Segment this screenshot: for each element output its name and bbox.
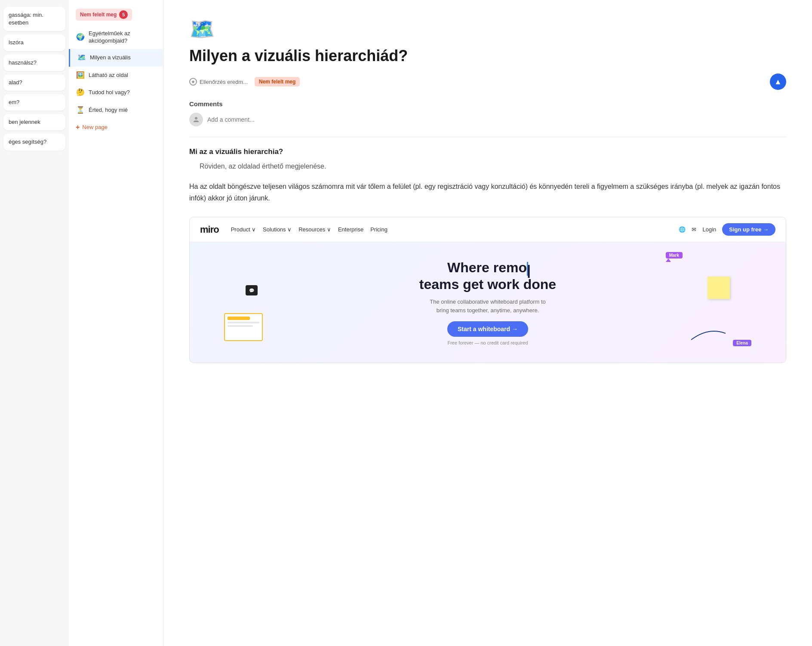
globe-icon: 🌐 (679, 226, 686, 233)
miro-nav-product: Product ∨ (231, 226, 256, 233)
list-item-text-3: Látható az oldal (89, 72, 128, 79)
sidebar-item-item3[interactable]: használsz? (3, 55, 65, 71)
sidebar-item-item2[interactable]: lszóra (3, 34, 65, 51)
comments-section: Comments (189, 100, 786, 126)
emoji-icon-2: 🗺️ (77, 53, 86, 62)
sidebar-item-item4[interactable]: alad? (3, 74, 65, 91)
miro-signup-button[interactable]: Sign up free → (722, 223, 775, 236)
comments-title: Comments (189, 100, 786, 108)
miro-logo: miro (200, 224, 219, 235)
emoji-icon-1: 🌍 (76, 33, 85, 42)
page-meta: Ellenőrzés eredm... Nem felelt meg ▲ (189, 74, 786, 90)
sidebar-item-item7[interactable]: éges segítség? (3, 134, 65, 150)
miro-nav-links: Product ∨ Solutions ∨ Resources ∨ Enterp… (231, 226, 388, 233)
emoji-icon-3: 🖼️ (76, 71, 85, 80)
list-item-text-4: Tudod hol vagy? (89, 89, 130, 96)
sidebar-item-item1[interactable]: gassága: min. esetben (3, 7, 65, 31)
plus-icon: + (76, 123, 80, 131)
svg-point-1 (195, 117, 197, 120)
cursor-elena-label: Elena (733, 340, 751, 346)
check-icon (189, 78, 197, 86)
comment-input-row (189, 113, 786, 126)
answer-text: Röviden, az oldalad érthető megjelenése. (189, 161, 786, 172)
cursor-mark: Mark (666, 251, 683, 262)
miro-nav-solutions: Solutions ∨ (263, 226, 292, 233)
sidebar-item-item5[interactable]: em? (3, 94, 65, 111)
sticky-note (707, 277, 730, 299)
not-met-badge[interactable]: Nem felelt meg 5 (76, 9, 132, 21)
miro-cta-sub: Free forever — no credit card required (198, 340, 777, 345)
page-icon: 🗺️ (189, 17, 786, 41)
middle-header: Nem felelt meg 5 (69, 5, 163, 26)
list-item-erted[interactable]: ⏳ Érted, hogy mié (69, 102, 163, 119)
miro-mockup (224, 313, 263, 341)
not-met-label: Nem felelt meg (255, 77, 300, 86)
list-item-lathato[interactable]: 🖼️ Látható az oldal (69, 67, 163, 84)
content-body: Mi az a vizuális hierarchia? Röviden, az… (189, 146, 786, 204)
not-met-count: 5 (119, 10, 128, 19)
list-item-tudod[interactable]: 🤔 Tudod hol vagy? (69, 84, 163, 102)
miro-nav-pricing: Pricing (370, 226, 388, 233)
miro-hero: Mark 💬 Where remo| teams get work done T… (190, 242, 786, 363)
miro-cta-button[interactable]: Start a whiteboard → (447, 321, 528, 337)
not-met-badge-label: Nem felelt meg (80, 12, 117, 18)
miro-nav: miro Product ∨ Solutions ∨ Resources ∨ E… (190, 217, 786, 242)
cursor-elena: Elena (733, 340, 751, 346)
new-page-button[interactable]: + New page (69, 119, 163, 135)
miro-nav-enterprise: Enterprise (338, 226, 363, 233)
user-avatar-icon: ▲ (774, 77, 782, 86)
middle-list: 🌍 Egyértelműek azakciógombjaid? 🗺️ Milye… (69, 26, 163, 119)
miro-hero-title: Where remo| teams get work done (198, 259, 777, 292)
question-heading: Mi az a vizuális hierarchia? (189, 146, 786, 157)
check-result: Ellenőrzés eredm... (189, 78, 248, 86)
left-sidebar: gassága: min. esetbenlszórahasználsz?ala… (0, 0, 69, 646)
miro-login-link: Login (702, 226, 716, 233)
emoji-icon-4: 🤔 (76, 88, 85, 97)
miro-nav-right: 🌐 ✉ Login Sign up free → (679, 223, 775, 236)
emoji-icon-5: ⏳ (76, 106, 85, 115)
list-item-egyertelmue[interactable]: 🌍 Egyértelműek azakciógombjaid? (69, 26, 163, 49)
user-avatar-button[interactable]: ▲ (770, 74, 786, 90)
commenter-avatar (189, 113, 203, 126)
mail-icon: ✉ (692, 226, 696, 233)
cursor-mark-label: Mark (666, 252, 683, 258)
comment-input[interactable] (207, 116, 786, 123)
list-item-text-1: Egyértelműek azakciógombjaid? (89, 30, 130, 45)
page-title: Milyen a vizuális hierarchiád? (189, 46, 786, 65)
paragraph-text: Ha az oldalt böngészve teljesen világos … (189, 181, 786, 204)
list-item-milyen[interactable]: 🗺️ Milyen a vizuális (69, 49, 163, 67)
list-item-text-5: Érted, hogy mié (89, 107, 128, 114)
list-item-text-2: Milyen a vizuális (90, 54, 131, 62)
new-page-label: New page (82, 124, 108, 130)
middle-panel: Nem felelt meg 5 🌍 Egyértelműek azakcióg… (69, 0, 163, 646)
miro-hero-sub: The online collaborative whiteboard plat… (198, 298, 777, 314)
miro-preview: miro Product ∨ Solutions ∨ Resources ∨ E… (189, 217, 786, 363)
main-content: 🗺️ Milyen a vizuális hierarchiád? Ellenő… (163, 0, 812, 646)
divider (189, 137, 786, 137)
chat-icon: 💬 (246, 285, 258, 295)
svg-marker-0 (191, 80, 195, 83)
check-result-label: Ellenőrzés eredm... (200, 79, 248, 85)
miro-nav-resources: Resources ∨ (298, 226, 331, 233)
sidebar-item-item6[interactable]: ben jelennek (3, 114, 65, 130)
hero-title-line2: teams get work done (198, 276, 777, 292)
hero-title-line1: Where remo| (198, 259, 777, 276)
